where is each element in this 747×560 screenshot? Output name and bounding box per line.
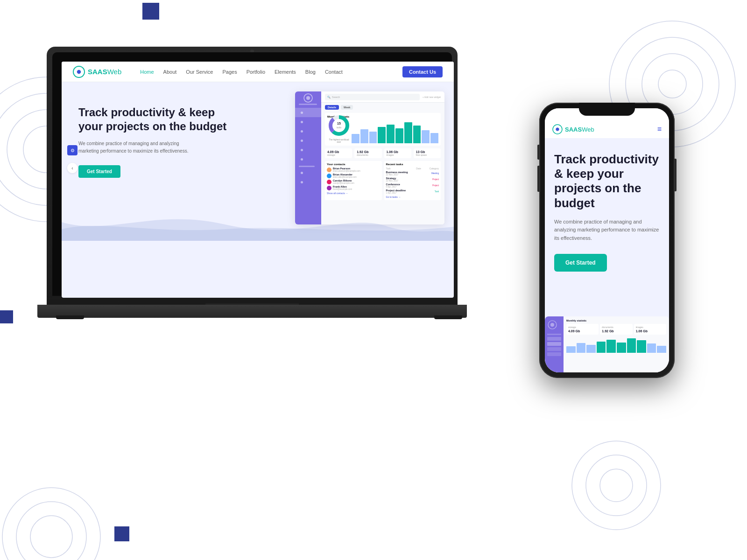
laptop-screen: SAASWeb Home About Our Service Pages Por… (62, 62, 454, 298)
laptop-foot-right (434, 315, 462, 319)
dash-stat-images: 1.06 Gb images (384, 148, 411, 158)
phone-device: SAASWeb ≡ Track productivity & keep your… (539, 103, 675, 383)
dash-stat-documents: 1.92 Gb documents (354, 148, 381, 158)
svg-point-13 (600, 469, 633, 502)
svg-point-11 (572, 441, 661, 530)
dash-contacts-panel: Your contacts Brian Pearson brian.pearso… (325, 161, 382, 200)
phone-screen: SAASWeb ≡ Track productivity & keep your… (545, 108, 669, 372)
circles-bottom-right-decoration (570, 439, 663, 532)
dash-search-box[interactable]: 🔍 Search (325, 94, 420, 100)
hero-cta-button[interactable]: Get Started (78, 165, 120, 178)
nav-about[interactable]: About (163, 69, 177, 75)
phone-hero: Track productivity & keep your projects … (545, 138, 669, 281)
dash-stat-freespace: 13 Gb free space (414, 148, 441, 158)
task-row-4: Project deadline 1 Apr, 2017 Task (386, 189, 439, 194)
phone-logo: SAASWeb (552, 124, 657, 134)
task-row-1: Business meeting 21 Nov, 2017 Meeting (386, 171, 439, 176)
dash-donut: 15 tasks The highest workload ever (327, 114, 351, 143)
phone-mini-chart (566, 336, 666, 353)
nav-service[interactable]: Our Service (186, 69, 213, 75)
svg-text:tasks: tasks (337, 126, 342, 129)
dash-stats-row: 4.09 Gb storage 1.92 Gb documents 1.06 G… (325, 148, 441, 158)
contact-row-3: Carolyn Bilione carolyn@example.com (327, 179, 380, 184)
sidebar-overview[interactable] (295, 108, 321, 117)
phone-dash-content: Monthly statistic storage 4.09 Gb docume… (564, 316, 669, 372)
bg-square-1 (142, 3, 159, 20)
dash-bottom-row: Your contacts Brian Pearson brian.pearso… (325, 161, 441, 200)
task-row-2: Strategy 21 Nov, 2017 Project (386, 177, 439, 182)
phone-stat-2: documents 1.92 Gb (600, 324, 632, 335)
dash-chart: 15 tasks The highest workload ever (327, 120, 438, 143)
phone-menu-icon[interactable]: ≡ (657, 125, 662, 133)
phone-logo-text: SAASWeb (565, 126, 594, 133)
dash-stat-storage: 4.09 Gb storage (325, 148, 352, 158)
phone-shell: SAASWeb ≡ Track productivity & keep your… (539, 103, 675, 378)
phone-stat-3: images 1.06 Gb (634, 324, 666, 335)
phone-stat-1: storage 4.09 Gb (566, 324, 599, 335)
sidebar-tasks[interactable] (295, 117, 321, 126)
laptop-lid: SAASWeb Home About Our Service Pages Por… (47, 47, 458, 306)
contact-row-4: Frank Allen frank@example.com (327, 185, 380, 190)
show-all-tasks[interactable]: Go to tasks → (386, 196, 439, 198)
dash-tabs: Details Week (321, 103, 444, 111)
contact-row-2: Brian Alexander brian.alex@example.com (327, 173, 380, 178)
dash-bar-chart (352, 120, 438, 143)
sidebar-previews[interactable] (295, 177, 321, 187)
svg-point-12 (586, 455, 647, 516)
svg-point-8 (2, 488, 100, 560)
svg-point-9 (16, 502, 86, 560)
dash-topbar: 🔍 Search + Add new widget (321, 91, 444, 103)
circles-bottom-left-decoration (0, 485, 103, 560)
website-hero: ⚙ ‹ Track productivity & keep your proje… (62, 82, 454, 241)
dash-tasks-panel: Recent tasks TaskDateCategory Business m… (384, 161, 441, 200)
sidebar-productivity[interactable] (295, 126, 321, 136)
logo-icon (73, 66, 85, 78)
svg-point-24 (556, 128, 559, 131)
phone-side-button-power (675, 159, 677, 191)
nav-contact[interactable]: Contact (325, 69, 343, 75)
dash-monthly-stats: Monthly statistic (325, 113, 441, 146)
website-logo: SAASWeb (73, 66, 121, 78)
dash-tab-details[interactable]: Details (325, 105, 339, 110)
nav-home[interactable]: Home (140, 69, 154, 75)
svg-point-17 (306, 96, 310, 100)
phone-side-button-mute (537, 145, 539, 160)
phone-notch (579, 103, 635, 116)
dash-topbar-action[interactable]: + Add new widget (423, 96, 441, 98)
hero-content-left: Track productivity & keep your projects … (62, 82, 239, 241)
phone-hero-cta[interactable]: Get Started (554, 254, 607, 272)
sidebar-outputs[interactable] (295, 145, 321, 154)
logo-text: SAASWeb (88, 68, 121, 76)
sidebar-support[interactable] (295, 154, 321, 164)
website-nav: SAASWeb Home About Our Service Pages Por… (62, 62, 454, 82)
sidebar-events[interactable] (295, 136, 321, 145)
laptop-base (37, 305, 467, 318)
sidebar-reports[interactable] (295, 168, 321, 177)
phone-logo-icon (552, 124, 563, 134)
nav-elements[interactable]: Elements (275, 69, 296, 75)
phone-side-button-volume (537, 166, 539, 192)
hero-settings-icon[interactable]: ⚙ (67, 145, 78, 155)
laptop-screen-bezel: SAASWeb Home About Our Service Pages Por… (52, 52, 452, 296)
phone-hero-desc: We combine practice of managing and anal… (554, 218, 660, 243)
bg-square-4 (114, 526, 129, 541)
contact-row-1: Brian Pearson brian.pearson@example.com (327, 167, 380, 172)
nav-cta-button[interactable]: Contact Us (402, 66, 443, 77)
hero-title: Track productivity & keep your projects … (78, 105, 239, 133)
task-row-3: Conference 5 Apr, 2017 Project (386, 183, 439, 188)
nav-portfolio[interactable]: Portfolio (247, 69, 265, 75)
phone-dash-sidebar (545, 316, 564, 372)
laptop-foot-left (56, 315, 84, 319)
nav-pages[interactable]: Pages (222, 69, 237, 75)
show-all-contacts[interactable]: Show all contacts → (327, 192, 380, 195)
svg-point-26 (550, 323, 554, 327)
svg-point-10 (30, 516, 72, 558)
bg-square-2 (0, 310, 13, 323)
phone-hero-title: Track productivity & keep your projects … (554, 152, 660, 210)
hero-description: We combine practice of managing and anal… (78, 140, 195, 155)
nav-blog[interactable]: Blog (305, 69, 316, 75)
hero-slider-arrow[interactable]: ‹ (67, 163, 78, 173)
dash-content: Monthly statistic (321, 111, 444, 202)
dash-tab-week[interactable]: Week (341, 105, 353, 110)
svg-point-15 (77, 70, 81, 74)
